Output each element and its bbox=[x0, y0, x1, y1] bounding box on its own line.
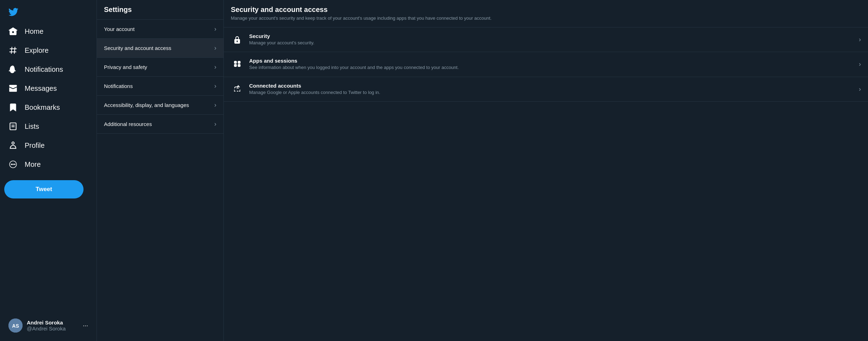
security-chevron-1: › bbox=[859, 61, 861, 68]
security-item-security-title: Security bbox=[249, 33, 853, 39]
sidebar-item-explore-label: Explore bbox=[25, 46, 49, 55]
bookmark-icon bbox=[8, 103, 18, 112]
settings-item-accessibility[interactable]: Accessibility, display, and languages › bbox=[97, 96, 223, 115]
sidebar-item-lists-label: Lists bbox=[25, 122, 39, 131]
more-circle-icon bbox=[8, 160, 18, 169]
svg-text:AS: AS bbox=[12, 323, 19, 329]
user-info: Andrei Soroka @Andrei Soroka bbox=[27, 320, 79, 331]
person-icon bbox=[8, 141, 18, 150]
sidebar-item-notifications-label: Notifications bbox=[25, 65, 63, 74]
sidebar-item-home[interactable]: Home bbox=[4, 23, 48, 40]
security-item-security[interactable]: Security Manage your account's security.… bbox=[224, 27, 868, 52]
tweet-button[interactable]: Tweet bbox=[4, 180, 84, 198]
security-item-connected-desc: Manage Google or Apple accounts connecte… bbox=[249, 89, 853, 96]
settings-item-security[interactable]: Security and account access › bbox=[97, 39, 223, 58]
settings-item-additional[interactable]: Additional resources › bbox=[97, 115, 223, 134]
avatar: AS bbox=[8, 318, 23, 333]
security-item-apps-title: Apps and sessions bbox=[249, 58, 853, 64]
chevron-right-icon-0: › bbox=[214, 25, 216, 33]
security-panel-title: Security and account access bbox=[231, 6, 861, 14]
chevron-right-icon-1: › bbox=[214, 44, 216, 52]
settings-item-your-account-label: Your account bbox=[104, 26, 135, 32]
settings-item-your-account[interactable]: Your account › bbox=[97, 20, 223, 39]
avatar-image: AS bbox=[8, 318, 23, 333]
twitter-logo[interactable] bbox=[4, 3, 23, 21]
security-item-connected-content: Connected accounts Manage Google or Appl… bbox=[249, 83, 853, 96]
bell-icon bbox=[8, 65, 18, 74]
security-item-connected-title: Connected accounts bbox=[249, 83, 853, 89]
twitter-bird-icon bbox=[8, 7, 18, 17]
settings-item-security-label: Security and account access bbox=[104, 45, 171, 51]
security-chevron-2: › bbox=[859, 86, 861, 93]
settings-item-notifications-label: Notifications bbox=[104, 83, 133, 89]
lock-icon bbox=[231, 33, 244, 46]
sidebar-item-bookmarks-label: Bookmarks bbox=[25, 103, 60, 112]
security-panel-description: Manage your account's security and keep … bbox=[231, 15, 861, 21]
connected-accounts-icon bbox=[231, 83, 244, 95]
user-menu-dots: ··· bbox=[83, 322, 88, 329]
settings-item-privacy-label: Privacy and safety bbox=[104, 64, 147, 70]
sidebar-item-explore[interactable]: Explore bbox=[4, 42, 53, 59]
sidebar: Home Explore Notifications Messages bbox=[0, 0, 97, 341]
security-item-apps-desc: See information about when you logged in… bbox=[249, 64, 853, 71]
security-panel: Security and account access Manage your … bbox=[224, 0, 868, 341]
sidebar-item-lists[interactable]: Lists bbox=[4, 118, 43, 135]
settings-item-additional-label: Additional resources bbox=[104, 121, 152, 127]
security-item-apps-content: Apps and sessions See information about … bbox=[249, 58, 853, 71]
settings-panel: Settings Your account › Security and acc… bbox=[97, 0, 224, 341]
sidebar-item-more-label: More bbox=[25, 160, 41, 169]
sidebar-item-messages[interactable]: Messages bbox=[4, 80, 61, 97]
security-item-security-content: Security Manage your account's security. bbox=[249, 33, 853, 46]
security-header: Security and account access Manage your … bbox=[224, 0, 868, 27]
settings-item-privacy[interactable]: Privacy and safety › bbox=[97, 58, 223, 77]
chevron-right-icon-3: › bbox=[214, 82, 216, 90]
user-handle: @Andrei Soroka bbox=[27, 326, 79, 331]
sidebar-item-home-label: Home bbox=[25, 27, 43, 36]
security-item-apps-sessions[interactable]: Apps and sessions See information about … bbox=[224, 52, 868, 77]
chevron-right-icon-4: › bbox=[214, 101, 216, 109]
home-icon bbox=[8, 27, 18, 36]
list-icon bbox=[8, 122, 18, 131]
settings-item-accessibility-label: Accessibility, display, and languages bbox=[104, 102, 189, 108]
mail-icon bbox=[8, 84, 18, 93]
explore-icon bbox=[8, 46, 18, 55]
settings-panel-title: Settings bbox=[97, 0, 223, 20]
security-chevron-0: › bbox=[859, 36, 861, 43]
settings-item-notifications[interactable]: Notifications › bbox=[97, 77, 223, 96]
sidebar-item-profile-label: Profile bbox=[25, 141, 45, 150]
sidebar-item-profile[interactable]: Profile bbox=[4, 137, 49, 154]
chevron-right-icon-5: › bbox=[214, 120, 216, 128]
chevron-right-icon-2: › bbox=[214, 63, 216, 71]
sidebar-item-more[interactable]: More bbox=[4, 156, 45, 173]
user-profile-button[interactable]: AS Andrei Soroka @Andrei Soroka ··· bbox=[4, 314, 92, 337]
main-nav: Home Explore Notifications Messages bbox=[4, 23, 92, 175]
sidebar-item-notifications[interactable]: Notifications bbox=[4, 61, 67, 78]
user-display-name: Andrei Soroka bbox=[27, 320, 79, 326]
security-item-connected-accounts[interactable]: Connected accounts Manage Google or Appl… bbox=[224, 77, 868, 102]
sidebar-item-messages-label: Messages bbox=[25, 84, 57, 93]
apps-icon bbox=[231, 58, 244, 71]
security-item-security-desc: Manage your account's security. bbox=[249, 40, 853, 46]
sidebar-item-bookmarks[interactable]: Bookmarks bbox=[4, 99, 64, 116]
